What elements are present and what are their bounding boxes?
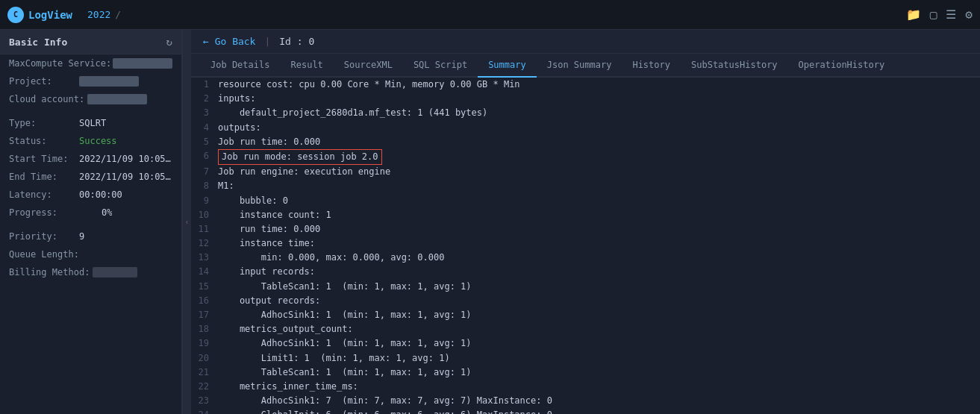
content-area: ← Go Back | Id : 0 Job Details Result So… [191,30,980,414]
cloud-account-value [87,94,147,104]
line-content-23: AdhocSink1: 7 (min: 7, max: 7, avg: 7) M… [218,394,567,408]
line-content-11: run time: 0.000 [218,222,335,236]
tab-substatus-history[interactable]: SubStatusHistory [681,54,788,78]
topbar: C LogView 2022 / 📁 ▢ ☰ ⚙ [0,0,980,30]
code-line-2: 2inputs: [191,92,980,106]
sidebar-header: Basic Info ↻ [0,30,181,54]
code-line-24: 24 GlobalInit: 6 (min: 6, max: 6, avg: 6… [191,408,980,414]
latency-value: 00:00:00 [79,189,122,200]
tabs-bar: Job Details Result SourceXML SQL Script … [191,54,980,78]
breadcrumb-year[interactable]: 2022 [87,9,110,20]
priority-row: Priority: 9 [0,228,181,245]
code-line-12: 12 instance time: [191,236,980,251]
latency-row: Latency: 00:00:00 [0,186,181,204]
project-row: Project: [0,72,181,90]
tab-sourcexml[interactable]: SourceXML [334,54,403,78]
sidebar-title: Basic Info [9,37,67,48]
status-row: Status: Success [0,132,181,150]
topbar-icons: 📁 ▢ ☰ ⚙ [906,7,973,22]
code-line-10: 10 instance count: 1 [191,208,980,222]
code-line-8: 8M1: [191,179,980,193]
line-number-2: 2 [191,92,218,106]
line-content-1: resource cost: cpu 0.00 Core * Min, memo… [218,78,535,92]
tab-summary[interactable]: Summary [478,54,537,78]
folder-icon[interactable]: 📁 [906,7,921,22]
chevron-left-icon: ‹ [184,218,189,226]
line-content-13: min: 0.000, max: 0.000, avg: 0.000 [218,251,459,265]
line-number-19: 19 [191,336,218,351]
line-content-7: Job run engine: execution engine [218,165,405,179]
priority-value: 9 [79,231,84,242]
line-number-22: 22 [191,380,218,394]
cloud-account-row: Cloud account: [0,90,181,108]
status-value: Success [79,136,117,146]
progress-label: Progress: [9,207,76,218]
line-content-15: TableScan1: 1 (min: 1, max: 1, avg: 1) [218,280,487,294]
maximize-icon[interactable]: ▢ [930,7,937,22]
main-layout: Basic Info ↻ MaxCompute Service: Project… [0,30,980,414]
line-number-21: 21 [191,366,218,380]
start-time-label: Start Time: [9,154,76,164]
line-number-14: 14 [191,265,218,279]
code-line-19: 19 AdhocSink1: 1 (min: 1, max: 1, avg: 1… [191,336,980,351]
line-number-4: 4 [191,121,218,135]
line-content-19: AdhocSink1: 1 (min: 1, max: 1, avg: 1) [218,336,487,351]
type-row: Type: SQLRT [0,114,181,132]
code-line-7: 7Job run engine: execution engine [191,165,980,179]
start-time-value: 2022/11/09 10:05:16 [79,154,172,164]
progress-row: Progress: 0% [0,204,181,222]
line-content-2: inputs: [218,92,271,106]
line-content-10: instance count: 1 [218,208,346,222]
code-lines-container: 1resource cost: cpu 0.00 Core * Min, mem… [191,78,980,414]
line-content-6: Job run mode: session job 2.0 [218,149,382,165]
collapse-handle[interactable]: ‹ [182,30,191,414]
code-line-13: 13 min: 0.000, max: 0.000, avg: 0.000 [191,251,980,265]
line-content-4: outputs: [218,121,276,135]
line-content-14: input records: [218,265,330,279]
header-id: Id : 0 [279,36,314,47]
line-number-18: 18 [191,322,218,336]
line-number-5: 5 [191,135,218,149]
cloud-account-label: Cloud account: [9,94,84,104]
code-line-17: 17 AdhocSink1: 1 (min: 1, max: 1, avg: 1… [191,308,980,322]
code-line-5: 5Job run time: 0.000 [191,135,980,149]
code-line-22: 22 metrics_inner_time_ms: [191,380,980,394]
code-line-23: 23 AdhocSink1: 7 (min: 7, max: 7, avg: 7… [191,394,980,408]
line-number-20: 20 [191,351,218,366]
code-line-4: 4outputs: [191,121,980,135]
breadcrumb-sep: / [115,9,121,20]
tab-sql-script[interactable]: SQL Script [403,54,478,78]
refresh-icon[interactable]: ↻ [166,36,172,48]
billing-method-row: Billing Method: [0,263,181,281]
line-number-23: 23 [191,394,218,408]
status-label: Status: [9,136,76,146]
line-content-18: metrics_output_count: [218,322,368,336]
tab-history[interactable]: History [622,54,681,78]
grid-icon[interactable]: ☰ [946,7,956,22]
code-line-3: 3 default_project_2680d1a.mf_test: 1 (44… [191,106,980,120]
line-content-9: bubble: 0 [218,194,303,208]
tab-result[interactable]: Result [280,54,333,78]
tab-operation-history[interactable]: OperationHistory [788,54,896,78]
line-content-3: default_project_2680d1a.mf_test: 1 (441 … [218,106,502,120]
go-back-button[interactable]: ← Go Back [203,36,255,47]
code-line-1: 1resource cost: cpu 0.00 Core * Min, mem… [191,78,980,92]
code-line-9: 9 bubble: 0 [191,194,980,208]
start-time-row: Start Time: 2022/11/09 10:05:16 [0,150,181,168]
progress-value: 0% [102,207,112,218]
type-value: SQLRT [79,118,106,128]
type-label: Type: [9,118,76,128]
latency-label: Latency: [9,189,76,200]
breadcrumb: 2022 / [87,9,906,20]
settings-icon[interactable]: ⚙ [965,7,973,22]
line-content-5: Job run time: 0.000 [218,135,335,149]
code-area[interactable]: 1resource cost: cpu 0.00 Core * Min, mem… [191,78,980,414]
tab-json-summary[interactable]: Json Summary [537,54,622,78]
content-header: ← Go Back | Id : 0 [191,30,980,54]
line-number-12: 12 [191,236,218,251]
line-number-9: 9 [191,194,218,208]
tab-job-details[interactable]: Job Details [200,54,280,78]
code-line-21: 21 TableScan1: 1 (min: 1, max: 1, avg: 1… [191,366,980,380]
code-line-6: 6Job run mode: session job 2.0 [191,149,980,165]
end-time-value: 2022/11/09 10:05:16 [79,172,172,182]
